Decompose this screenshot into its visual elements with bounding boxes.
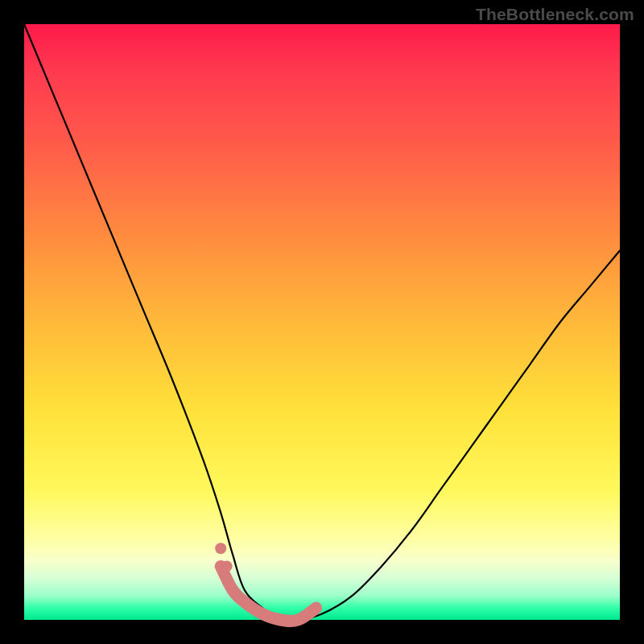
optimal-range-marker <box>221 566 316 621</box>
chart-frame: TheBottleneck.com <box>0 0 644 644</box>
bottleneck-curve-line <box>24 24 620 621</box>
marker-dot <box>215 543 226 554</box>
plot-area <box>24 24 620 620</box>
watermark-text: TheBottleneck.com <box>476 5 634 24</box>
marker-dot <box>221 560 233 572</box>
curve-svg <box>24 24 620 620</box>
